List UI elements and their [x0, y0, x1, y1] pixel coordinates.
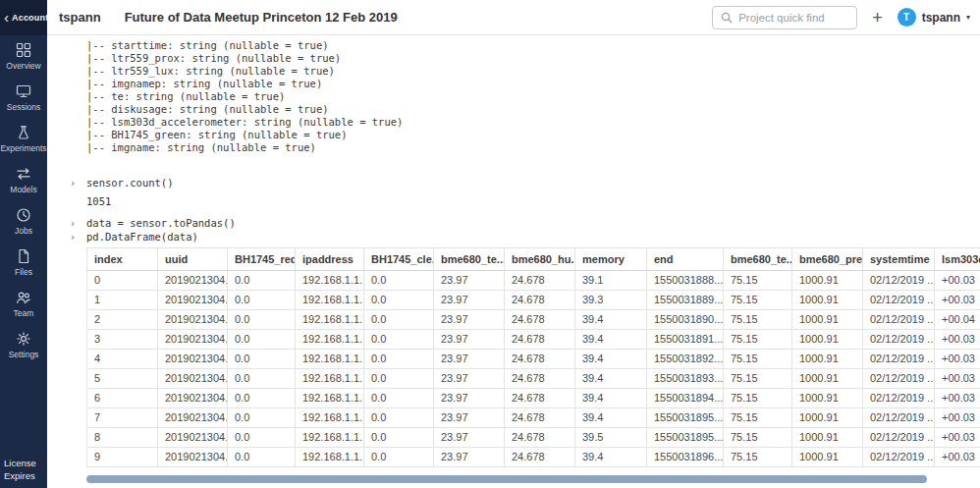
table-cell: 24.678: [505, 350, 575, 369]
table-cell: 192.168.1.1...: [296, 408, 364, 428]
sidebar-item-files[interactable]: Files: [0, 242, 47, 283]
table-row: 02019021304...0.0192.168.1.1...0.023.972…: [87, 271, 980, 291]
table-cell: 1000.91: [792, 448, 863, 467]
account-label: Account: [12, 13, 48, 23]
table-row: 72019021304...0.0192.168.1.1...0.023.972…: [87, 408, 980, 428]
flask-icon: [16, 125, 31, 140]
column-header: lsm303d_...: [935, 248, 980, 271]
project-title[interactable]: Future of Data Meetup Princeton 12 Feb 2…: [125, 10, 398, 25]
table-cell: 2019021304...: [158, 389, 228, 408]
avatar: T: [898, 8, 916, 27]
search-icon: [721, 12, 733, 24]
table-cell: 24.678: [505, 428, 575, 448]
table-cell: 1000.91: [792, 350, 863, 369]
table-cell: 9: [87, 448, 158, 467]
table-cell: 24.678: [505, 448, 575, 467]
column-header: bme680_te...: [434, 248, 505, 271]
table-cell: 24.678: [505, 310, 575, 330]
project-quick-find[interactable]: [712, 6, 857, 29]
table-cell: 39.4: [575, 330, 647, 350]
table-cell: 02/12/2019 ...: [863, 369, 935, 389]
table-header-row: indexuuidBH1745_redipaddressBH1745_cle..…: [87, 248, 980, 271]
table-cell: 192.168.1.1...: [296, 369, 364, 389]
table-cell: 39.4: [575, 350, 647, 369]
sidebar-item-settings[interactable]: Settings: [0, 324, 47, 365]
table-row: 52019021304...0.0192.168.1.1...0.023.972…: [87, 369, 980, 389]
table-cell: 23.97: [434, 271, 505, 291]
table-cell: 1550031893...: [647, 369, 724, 389]
table-cell: 1000.91: [792, 271, 863, 291]
table-cell: +00.03: [935, 330, 980, 350]
table-cell: 39.4: [575, 448, 647, 467]
table-cell: 02/12/2019 ...: [863, 271, 935, 291]
table-cell: 2: [87, 310, 158, 330]
dataframe-table: indexuuidBH1745_redipaddressBH1745_cle..…: [86, 247, 980, 467]
table-cell: 24.678: [505, 408, 575, 428]
breadcrumb-username[interactable]: tspann: [59, 10, 101, 25]
table-row: 42019021304...0.0192.168.1.1...0.023.972…: [87, 350, 980, 369]
table-cell: 1: [87, 291, 158, 310]
sidebar-item-label: Settings: [9, 350, 39, 359]
sidebar-item-sessions[interactable]: Sessions: [0, 77, 47, 118]
command-text: sensor.count(): [86, 177, 174, 190]
table-cell: 6: [87, 389, 158, 408]
sidebar-item-overview[interactable]: Overview: [0, 35, 47, 77]
sidebar-item-models[interactable]: Models: [0, 159, 47, 200]
table-cell: 23.97: [434, 350, 505, 369]
column-header: systemtime: [863, 248, 935, 271]
table-row: 32019021304...0.0192.168.1.1...0.023.972…: [87, 330, 980, 350]
table-cell: 3: [87, 330, 158, 350]
sidebar-item-team[interactable]: Team: [0, 283, 47, 324]
table-cell: +00.03: [935, 271, 980, 291]
table-cell: 75.15: [724, 408, 792, 428]
search-input[interactable]: [738, 12, 844, 24]
table-cell: 192.168.1.1...: [296, 350, 364, 369]
prompt-chevron-icon: ›: [70, 177, 81, 190]
sidebar-item-jobs[interactable]: Jobs: [0, 200, 47, 242]
table-cell: 0.0: [228, 330, 296, 350]
table-cell: 0.0: [228, 448, 296, 467]
table-cell: 2019021304...: [158, 350, 228, 369]
table-cell: 75.15: [724, 389, 792, 408]
table-cell: 1550031888...: [647, 271, 724, 291]
horizontal-scrollbar-thumb[interactable]: [86, 475, 927, 483]
table-cell: 2019021304...: [158, 448, 228, 467]
table-cell: 1550031894...: [647, 389, 724, 408]
user-menu[interactable]: T tspann ▾: [898, 8, 970, 27]
sidebar: ‹ Account Overview Sessions Experiments: [0, 0, 47, 488]
license-notice[interactable]: License Expires: [0, 453, 47, 488]
table-cell: 1000.91: [792, 408, 863, 428]
table-cell: 4: [87, 350, 158, 369]
table-cell: 0.0: [364, 408, 434, 428]
table-cell: 24.678: [505, 291, 575, 310]
table-cell: 2019021304...: [158, 428, 228, 448]
table-cell: 1000.91: [792, 389, 863, 408]
sidebar-item-label: Files: [15, 267, 32, 277]
table-cell: 39.4: [575, 369, 647, 389]
user-menu-label: tspann: [922, 11, 960, 25]
app-root: ‹ Account Overview Sessions Experiments: [0, 0, 980, 488]
table-cell: 1000.91: [792, 369, 863, 389]
table-cell: 1000.91: [792, 428, 863, 448]
table-cell: 24.678: [505, 330, 575, 350]
column-header: uuid: [158, 248, 228, 271]
table-cell: +00.04: [935, 310, 980, 330]
main-column: tspann Future of Data Meetup Princeton 1…: [47, 0, 980, 488]
sidebar-item-label: Models: [10, 185, 36, 194]
table-cell: +00.03: [935, 448, 980, 467]
table-cell: 0.0: [364, 310, 434, 330]
table-cell: +00.03: [935, 408, 980, 428]
caret-down-icon: ▾: [966, 13, 970, 22]
schema-line: |-- te: string (nullable = true): [86, 90, 980, 103]
prompt-chevron-icon: ›: [70, 217, 81, 230]
new-project-button[interactable]: +: [872, 9, 883, 27]
sidebar-spacer: [0, 365, 47, 453]
account-back[interactable]: ‹ Account: [0, 0, 47, 35]
table-cell: 1000.91: [792, 330, 863, 350]
table-cell: 192.168.1.1...: [296, 428, 364, 448]
sidebar-item-experiments[interactable]: Experiments: [0, 118, 47, 159]
people-icon: [16, 290, 31, 305]
column-header: bme680_pre...: [792, 248, 863, 271]
column-header: bme680_hu...: [505, 248, 575, 271]
table-cell: 0.0: [364, 389, 434, 408]
